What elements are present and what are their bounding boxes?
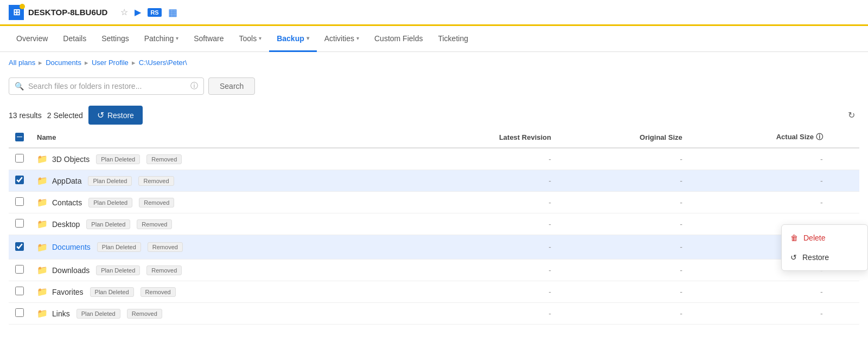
breadcrumb-path[interactable]: C:\Users\Peter\	[139, 59, 187, 67]
row-original-size: -	[558, 213, 689, 235]
row-checkbox[interactable]	[15, 308, 24, 317]
refresh-icon[interactable]: ↻	[848, 110, 859, 120]
tab-custom-fields[interactable]: Custom Fields	[367, 27, 430, 52]
row-name: 📁ContactsPlan DeletedRemoved	[30, 192, 404, 213]
row-checkbox-cell	[9, 192, 30, 213]
header-original-size: Original Size	[558, 127, 689, 148]
row-name-text: Contacts	[52, 198, 82, 207]
row-badge: Plan Deleted	[86, 219, 130, 229]
header-name: Name	[30, 127, 404, 148]
row-latest-revision: -	[404, 260, 558, 281]
folder-icon: 📁	[37, 308, 48, 319]
table-row: 📁AppDataPlan DeletedRemoved---	[9, 170, 859, 192]
row-latest-revision: -	[404, 192, 558, 213]
breadcrumb-sep1: ▸	[39, 59, 42, 67]
select-all-checkbox[interactable]	[15, 133, 24, 141]
breadcrumb-all-plans[interactable]: All plans	[9, 59, 35, 67]
row-actual-size: -	[689, 148, 829, 170]
row-name-link[interactable]: Documents	[52, 243, 91, 251]
row-checkbox-cell	[9, 213, 30, 235]
tab-software[interactable]: Software	[186, 27, 231, 52]
table-container: Name Latest Revision Original Size Actua…	[0, 127, 868, 325]
row-checkbox[interactable]	[15, 154, 24, 163]
notification-dot	[20, 4, 25, 9]
restore-icon-ctx: ↺	[790, 253, 797, 262]
row-badge: Removed	[146, 265, 182, 275]
info-icon[interactable]: ⓘ	[190, 81, 198, 91]
table-row: 📁FavoritesPlan DeletedRemoved---	[9, 281, 859, 303]
row-name-text: Desktop	[52, 220, 80, 229]
row-original-size: -	[558, 260, 689, 281]
table-row: 📁DownloadsPlan DeletedRemoved---	[9, 260, 859, 281]
search-icon: 🔍	[15, 82, 24, 90]
row-badge: Plan Deleted	[88, 198, 132, 208]
row-name-text: AppData	[52, 177, 81, 185]
row-badge: Removed	[138, 176, 174, 186]
table-row: 📁3D ObjectsPlan DeletedRemoved---	[9, 148, 859, 170]
row-original-size: -	[558, 148, 689, 170]
star-icon[interactable]: ☆	[120, 7, 128, 17]
row-checkbox-cell	[9, 170, 30, 192]
tab-patching[interactable]: Patching ▾	[137, 27, 186, 52]
grid-icon[interactable]: ▦	[168, 7, 177, 18]
context-menu-restore[interactable]: ↺ Restore	[782, 248, 867, 267]
tab-details[interactable]: Details	[55, 27, 94, 52]
row-checkbox-cell	[9, 303, 30, 325]
breadcrumb-user-profile[interactable]: User Profile	[92, 59, 129, 67]
row-checkbox[interactable]	[15, 287, 24, 295]
rs-icon[interactable]: RS	[148, 8, 161, 17]
restore-label: Restore	[107, 111, 134, 120]
row-original-size: -	[558, 192, 689, 213]
row-badge: Plan Deleted	[90, 287, 134, 297]
search-input[interactable]	[28, 82, 186, 90]
row-original-size: -	[558, 303, 689, 325]
row-name-text: Downloads	[52, 266, 90, 275]
results-count: 13 results	[9, 111, 42, 120]
context-menu-delete[interactable]: 🗑 Delete	[782, 228, 867, 248]
row-checkbox[interactable]	[15, 219, 24, 228]
topbar-actions: ☆ ▶ RS ▦	[120, 7, 177, 18]
row-checkbox[interactable]	[15, 242, 24, 251]
row-checkbox[interactable]	[15, 265, 24, 274]
tab-backup[interactable]: Backup ▾	[269, 27, 317, 52]
restore-label-ctx: Restore	[802, 253, 829, 262]
row-badge: Removed	[127, 309, 162, 319]
row-badge: Removed	[148, 242, 183, 252]
device-title: DESKTOP-8LBU6UD	[9, 5, 107, 20]
folder-icon: 📁	[37, 265, 48, 275]
breadcrumb-documents[interactable]: Documents	[46, 59, 81, 67]
row-badge: Removed	[146, 154, 182, 164]
row-badge: Removed	[141, 287, 176, 297]
folder-icon: 📁	[37, 219, 48, 229]
restore-button[interactable]: ↺ Restore	[88, 106, 143, 125]
row-actions-cell	[829, 148, 859, 170]
row-name: 📁DocumentsPlan DeletedRemoved	[30, 235, 404, 260]
table-row: 📁LinksPlan DeletedRemoved---	[9, 303, 859, 325]
row-latest-revision: -	[404, 148, 558, 170]
row-checkbox-cell	[9, 235, 30, 260]
row-name: 📁DownloadsPlan DeletedRemoved	[30, 260, 404, 281]
row-checkbox[interactable]	[15, 197, 24, 206]
row-name: 📁AppDataPlan DeletedRemoved	[30, 170, 404, 192]
tab-overview[interactable]: Overview	[9, 27, 55, 52]
row-actual-size: -	[689, 170, 829, 192]
tab-settings[interactable]: Settings	[94, 27, 137, 52]
row-badge: Plan Deleted	[97, 242, 141, 252]
row-latest-revision: -	[404, 235, 558, 260]
row-name: 📁DesktopPlan DeletedRemoved	[30, 213, 404, 235]
breadcrumb-sep3: ▸	[132, 59, 136, 67]
search-button[interactable]: Search	[208, 77, 255, 95]
tab-tools[interactable]: Tools ▾	[231, 27, 269, 52]
row-latest-revision: -	[404, 213, 558, 235]
row-badge: Removed	[139, 198, 174, 208]
header-actual-size: Actual Size ⓘ	[689, 127, 829, 148]
header-checkbox-cell	[9, 127, 30, 148]
play-icon[interactable]: ▶	[135, 7, 141, 17]
tab-activities[interactable]: Activities ▾	[317, 27, 367, 52]
table-row: 📁ContactsPlan DeletedRemoved---	[9, 192, 859, 213]
header-latest-revision: Latest Revision	[404, 127, 558, 148]
restore-icon: ↺	[97, 110, 104, 120]
row-checkbox[interactable]	[15, 176, 24, 184]
tab-ticketing[interactable]: Ticketing	[430, 27, 476, 52]
search-input-wrap: 🔍 ⓘ	[9, 77, 204, 95]
